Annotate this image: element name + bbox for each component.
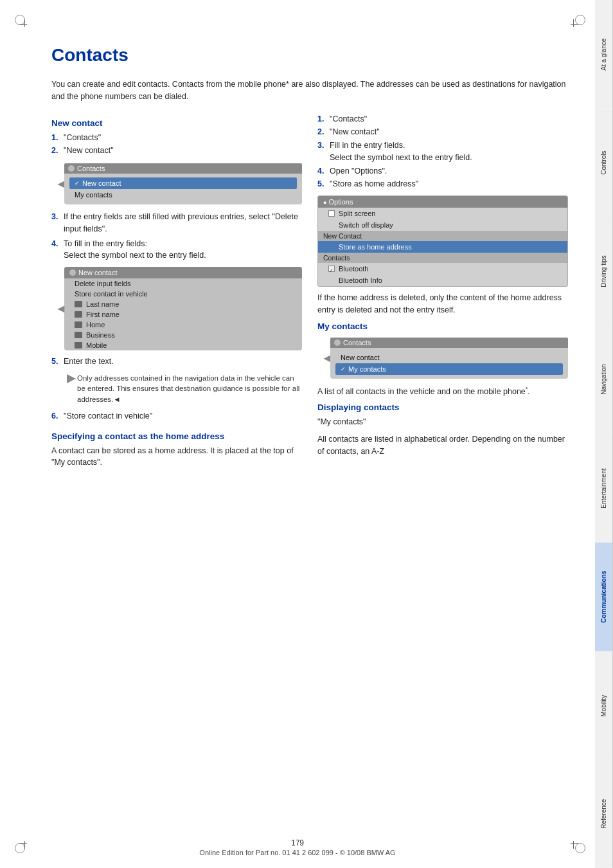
tab-bar: At a glance Controls Driving tips Naviga… xyxy=(595,0,613,868)
main-content: Contacts You can create and edit contact… xyxy=(0,0,595,868)
step-6-item: 6. "Store contact in vehicle" xyxy=(51,410,302,422)
tab-at-a-glance[interactable]: At a glance xyxy=(595,0,613,109)
store-home-option: Store as home address xyxy=(318,241,567,253)
intro-text: You can create and edit contacts. Contac… xyxy=(51,78,576,103)
check-icon: ✓ xyxy=(75,180,80,186)
contacts-screen-wrapper: ◄ Contacts ✓ New contact My contacts xyxy=(64,163,302,204)
bluetooth-checkbox: ✓ xyxy=(328,266,335,272)
two-column-layout: New contact 1. "Contacts" 2. "New contac… xyxy=(51,113,576,475)
steps-3-4: 3. If the entry fields are still filled … xyxy=(51,211,302,262)
mobile-icon xyxy=(75,342,82,348)
options-screen: ● Options Split screen Switch off displa… xyxy=(317,195,568,287)
displaying-text-1: "My contacts" xyxy=(317,416,568,428)
new-contact-heading: New contact xyxy=(51,118,302,128)
entry-icon xyxy=(69,269,76,276)
left-column: New contact 1. "Contacts" 2. "New contac… xyxy=(51,113,302,475)
split-screen-checkbox xyxy=(328,210,335,217)
step-5: 5. Enter the text. xyxy=(51,356,302,368)
mobile-field: Mobile xyxy=(64,340,302,350)
step-6: 6. "Store contact in vehicle" xyxy=(51,410,302,422)
note-triangle-icon xyxy=(67,374,77,383)
right-step-4: 4. Open "Options". xyxy=(317,165,568,177)
switch-off-option: Switch off display xyxy=(318,219,567,231)
last-name: Last name xyxy=(64,299,302,309)
note-box: Only addresses contained in the navigati… xyxy=(62,373,302,405)
first-name-icon xyxy=(75,311,82,318)
home-address-note: If the home address is deleted, only the… xyxy=(317,292,568,316)
page-number: 179 xyxy=(0,838,595,847)
right-step-1: 1. "Contacts" xyxy=(317,113,568,125)
entry-title-text: New contact xyxy=(78,269,118,276)
entry-title: New contact xyxy=(64,267,302,278)
tab-reference[interactable]: Reference xyxy=(595,759,613,868)
bluetooth-option: ✓ Bluetooth xyxy=(318,263,567,275)
bluetooth-info-option: Bluetooth Info xyxy=(318,275,567,286)
my-contacts-heading: My contacts xyxy=(317,321,568,331)
tab-communications[interactable]: Communications xyxy=(595,543,613,651)
page-footer: 179 Online Edition for Part no. 01 41 2 … xyxy=(0,838,595,856)
page-title: Contacts xyxy=(51,45,576,66)
step-2: 2. "New contact" xyxy=(51,145,302,157)
tab-mobility[interactable]: Mobility xyxy=(595,651,613,760)
new-contact-item-2: New contact xyxy=(335,352,563,363)
my-contacts-item: My contacts xyxy=(69,189,297,201)
contacts-section: Contacts xyxy=(318,253,567,263)
right-steps: 1. "Contacts" 2. "New contact" 3. Fill i… xyxy=(317,113,568,191)
my-contacts-screen: Contacts New contact ✓ My contacts xyxy=(330,338,568,379)
displaying-text-2: All contacts are listed in alphabetical … xyxy=(317,433,568,458)
last-name-icon xyxy=(75,301,82,307)
tab-controls[interactable]: Controls xyxy=(595,109,613,217)
my-contacts-description: A list of all contacts in the vehicle an… xyxy=(317,385,568,398)
check-icon-2: ✓ xyxy=(341,366,346,372)
tab-navigation[interactable]: Navigation xyxy=(595,325,613,434)
new-contact-item: ✓ New contact xyxy=(69,177,297,189)
options-icon: ● xyxy=(323,199,326,206)
business-field: Business xyxy=(64,330,302,340)
right-step-2: 2. "New contact" xyxy=(317,126,568,138)
delete-fields: Delete input fields xyxy=(64,278,302,289)
right-step-3: 3. Fill in the entry fields.Select the s… xyxy=(317,140,568,164)
business-icon xyxy=(75,332,82,338)
right-column: 1. "Contacts" 2. "New contact" 3. Fill i… xyxy=(317,113,568,475)
store-contact: Store contact in vehicle xyxy=(64,289,302,299)
note-text: Only addresses contained in the navigati… xyxy=(77,373,302,405)
footer-text: Online Edition for Part no. 01 41 2 602 … xyxy=(0,849,595,856)
home-icon xyxy=(75,321,82,328)
my-contacts-icon xyxy=(334,339,341,346)
new-contact-entry-screen: New contact Delete input fields Store co… xyxy=(64,267,302,350)
specifying-body: A contact can be stored as a home addres… xyxy=(51,445,302,469)
split-screen-option: Split screen xyxy=(318,208,567,219)
home-field: Home xyxy=(64,320,302,330)
contacts-screen-title: Contacts xyxy=(77,165,105,172)
my-contacts-screen-title: Contacts xyxy=(343,339,371,347)
my-contacts-item-2: ✓ My contacts xyxy=(335,363,563,375)
contacts-title-bar: Contacts xyxy=(64,163,302,174)
contacts-screen: Contacts ✓ New contact My contacts xyxy=(64,163,302,204)
options-title: ● Options xyxy=(318,196,567,208)
new-contact-label: New contact xyxy=(82,179,121,187)
step-3: 3. If the entry fields are still filled … xyxy=(51,211,302,235)
right-step-5: 5. "Store as home address" xyxy=(317,178,568,190)
displaying-heading: Displaying contacts xyxy=(317,402,568,412)
new-contact-screen-wrapper: ◄ New contact Delete input fields Store … xyxy=(64,267,302,350)
my-contacts-title-bar: Contacts xyxy=(330,338,568,348)
step-1: 1. "Contacts" xyxy=(51,132,302,144)
svg-marker-0 xyxy=(67,374,76,383)
my-contacts-screen-wrapper: ◄ Contacts New contact ✓ My contacts xyxy=(330,338,568,379)
step-4: 4. To fill in the entry fields:Select th… xyxy=(51,238,302,262)
screen-icon xyxy=(68,165,75,172)
step-5-item: 5. Enter the text. xyxy=(51,356,302,368)
first-name: First name xyxy=(64,309,302,320)
specifying-heading: Specifying a contact as the home address xyxy=(51,431,302,441)
tab-entertainment[interactable]: Entertainment xyxy=(595,434,613,543)
new-contact-section: New Contact xyxy=(318,231,567,241)
new-contact-steps-1-2: 1. "Contacts" 2. "New contact" xyxy=(51,132,302,158)
nav-arrow-left-2: ◄ xyxy=(55,302,67,316)
tab-driving-tips[interactable]: Driving tips xyxy=(595,217,613,326)
